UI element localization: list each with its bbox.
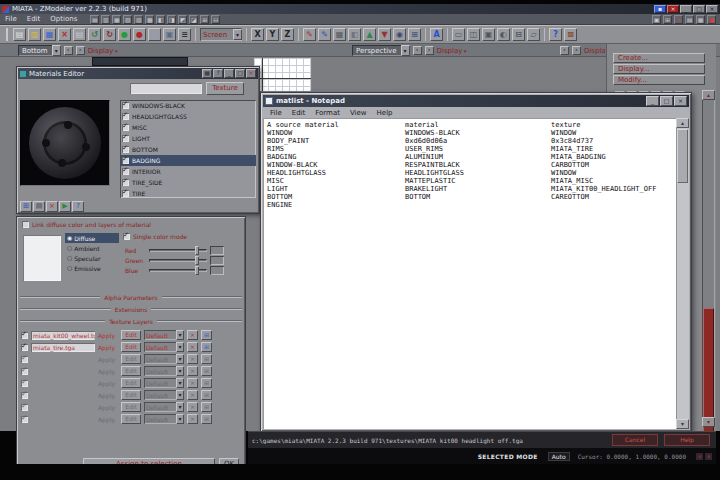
color-swatch[interactable]: [23, 235, 61, 281]
layer-delete-button[interactable]: [187, 366, 198, 376]
material-visibility-checkbox[interactable]: [122, 190, 129, 197]
color-channel-option[interactable]: Diffuse: [65, 233, 119, 243]
section-header[interactable]: Texture Layers: [20, 315, 242, 327]
slider-value-spinner[interactable]: [210, 266, 224, 275]
layer-blend-dropdown[interactable]: Default: [144, 414, 184, 424]
path-bar-button[interactable]: Cancel: [612, 434, 658, 446]
chevron-down-icon[interactable]: [176, 378, 184, 388]
command-button[interactable]: Display...: [613, 64, 705, 74]
menubar-tool-icon[interactable]: ⊞: [200, 15, 209, 24]
chevron-down-icon[interactable]: [233, 29, 242, 40]
layer-uv-button[interactable]: [201, 366, 212, 376]
screen-mode-dropdown[interactable]: Screen: [200, 28, 242, 41]
layer-uv-button[interactable]: [201, 354, 212, 364]
slider-track[interactable]: [149, 259, 207, 262]
layer-texture-name[interactable]: [31, 391, 95, 400]
layer-delete-button[interactable]: [187, 378, 198, 388]
scrollbar-thumb[interactable]: [677, 129, 688, 183]
toolbar-icon[interactable]: ✎: [318, 28, 331, 41]
layer-delete-button[interactable]: [187, 390, 198, 400]
slider-value-spinner[interactable]: [210, 256, 224, 265]
layer-uv-button[interactable]: [201, 414, 212, 424]
layer-edit-button[interactable]: Edit: [121, 390, 141, 400]
material-visibility-checkbox[interactable]: [122, 113, 129, 120]
toolbar-icon[interactable]: ▣: [163, 28, 176, 41]
window-button[interactable]: ×: [667, 5, 679, 13]
toolbar-icon[interactable]: ⊟: [512, 28, 525, 41]
menubar-tool-icon[interactable]: ▩: [145, 15, 154, 24]
layer-uv-button[interactable]: [201, 342, 212, 352]
menubar-tool-icon[interactable]: ▦: [112, 15, 121, 24]
toolbar-icon[interactable]: ▦: [43, 28, 56, 41]
layer-texture-name[interactable]: [31, 415, 95, 424]
material-list-item[interactable]: INTERIOR: [120, 166, 256, 177]
material-visibility-checkbox[interactable]: [122, 135, 129, 142]
materials-editor-tool-icon[interactable]: ▶: [59, 201, 71, 212]
color-channel-option[interactable]: Emissive: [65, 263, 119, 273]
materials-editor-tool-icon[interactable]: ▤: [33, 201, 45, 212]
single-color-checkbox[interactable]: [123, 233, 130, 240]
toolbar-icon[interactable]: ×: [58, 28, 71, 41]
window-button[interactable]: ?: [213, 69, 223, 78]
next-view-button[interactable]: [572, 46, 581, 55]
layer-uv-button[interactable]: [201, 378, 212, 388]
layer-uv-button[interactable]: [201, 402, 212, 412]
layer-edit-button[interactable]: Edit: [121, 354, 141, 364]
layer-delete-button[interactable]: [187, 330, 198, 340]
menubar-tool-icon[interactable]: ▤: [685, 15, 694, 24]
chevron-down-icon[interactable]: [176, 354, 184, 364]
layer-delete-button[interactable]: [187, 354, 198, 364]
chevron-down-icon[interactable]: [176, 342, 184, 352]
display-menu[interactable]: Display: [437, 47, 467, 55]
material-visibility-checkbox[interactable]: [122, 168, 129, 175]
window-button[interactable]: _: [646, 96, 659, 106]
layer-texture-name[interactable]: miata_tire.tga: [31, 343, 95, 352]
view-selector[interactable]: Perspective: [352, 45, 410, 56]
app-titlebar[interactable]: MIATA - ZModeler ver 2.2.3 (build 971) ▪…: [0, 4, 720, 14]
command-button[interactable]: Create...: [613, 53, 705, 63]
toolbar-icon[interactable]: ▱: [527, 28, 540, 41]
material-list-item[interactable]: HEADLIGHTGLASS: [120, 111, 256, 122]
auto-toggle[interactable]: Auto: [548, 452, 570, 461]
layer-delete-button[interactable]: [187, 342, 198, 352]
layer-blend-dropdown[interactable]: Default: [144, 390, 184, 400]
menubar-tool-icon[interactable]: ▤: [90, 15, 99, 24]
layer-uv-button[interactable]: [201, 390, 212, 400]
toolbar-icon[interactable]: ▥: [28, 28, 41, 41]
layer-edit-button[interactable]: Edit: [121, 330, 141, 340]
material-visibility-checkbox[interactable]: [122, 102, 129, 109]
section-header[interactable]: Extensions: [20, 303, 242, 315]
material-list-item[interactable]: MISC: [120, 122, 256, 133]
menu-item[interactable]: Format: [310, 109, 345, 117]
scroll-down-icon[interactable]: [676, 419, 689, 429]
layer-checkbox[interactable]: [21, 404, 28, 411]
toolbar-icon[interactable]: ▤: [73, 28, 86, 41]
menu-item[interactable]: File: [0, 15, 22, 23]
layer-delete-button[interactable]: [187, 414, 198, 424]
layer-edit-button[interactable]: Edit: [121, 342, 141, 352]
menubar-tool-icon[interactable]: ▣: [652, 15, 661, 24]
next-view-button[interactable]: [76, 46, 85, 55]
slider-track[interactable]: [149, 269, 207, 272]
toolbar-icon[interactable]: ▣: [482, 28, 495, 41]
panel-scrollbar[interactable]: [702, 90, 715, 427]
menu-item[interactable]: View: [345, 109, 372, 117]
layer-checkbox[interactable]: [21, 368, 28, 375]
material-visibility-checkbox[interactable]: [122, 124, 129, 131]
toolbar-icon[interactable]: ◉: [393, 28, 406, 41]
layer-texture-name[interactable]: [31, 403, 95, 412]
toolbar-icon[interactable]: ⊠: [564, 28, 577, 41]
window-button[interactable]: _: [680, 5, 692, 13]
next-view-button[interactable]: [425, 46, 434, 55]
toolbar-icon[interactable]: ◫: [467, 28, 480, 41]
toolbar-icon[interactable]: ≡: [178, 28, 191, 41]
menubar-tool-icon[interactable]: ▧: [123, 15, 132, 24]
toolbar-icon[interactable]: ✎: [303, 28, 316, 41]
display-menu[interactable]: Display: [88, 47, 118, 55]
layer-edit-button[interactable]: Edit: [121, 378, 141, 388]
chevron-down-icon[interactable]: [52, 45, 61, 56]
layer-checkbox[interactable]: [21, 344, 28, 351]
layer-checkbox[interactable]: [21, 332, 28, 339]
axis-toggle-button[interactable]: X: [251, 28, 264, 41]
chevron-down-icon[interactable]: [176, 366, 184, 376]
